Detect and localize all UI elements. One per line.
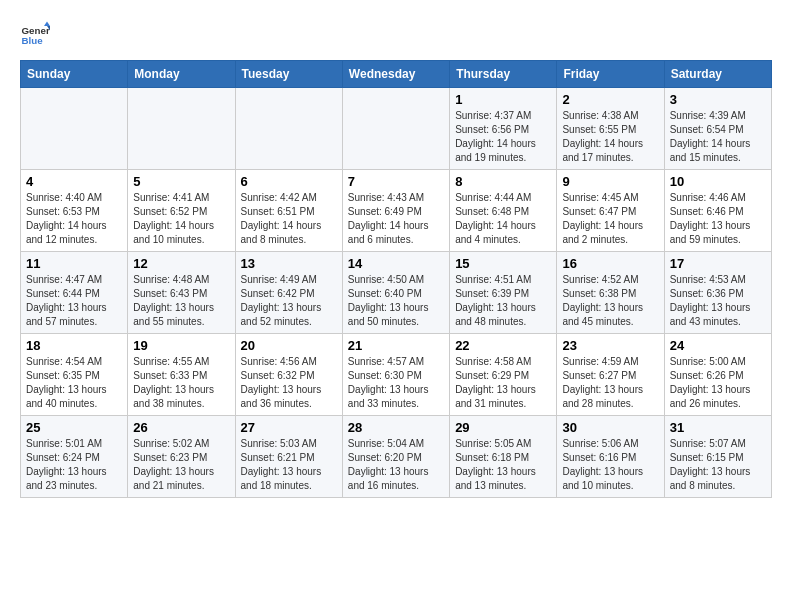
day-number: 20	[241, 338, 337, 353]
day-info: Sunrise: 4:47 AM Sunset: 6:44 PM Dayligh…	[26, 273, 122, 329]
day-info: Sunrise: 4:38 AM Sunset: 6:55 PM Dayligh…	[562, 109, 658, 165]
weekday-header-saturday: Saturday	[664, 61, 771, 88]
day-cell-31: 31Sunrise: 5:07 AM Sunset: 6:15 PM Dayli…	[664, 416, 771, 498]
day-cell-14: 14Sunrise: 4:50 AM Sunset: 6:40 PM Dayli…	[342, 252, 449, 334]
empty-cell	[128, 88, 235, 170]
day-info: Sunrise: 4:41 AM Sunset: 6:52 PM Dayligh…	[133, 191, 229, 247]
day-info: Sunrise: 4:45 AM Sunset: 6:47 PM Dayligh…	[562, 191, 658, 247]
day-cell-4: 4Sunrise: 4:40 AM Sunset: 6:53 PM Daylig…	[21, 170, 128, 252]
day-cell-29: 29Sunrise: 5:05 AM Sunset: 6:18 PM Dayli…	[450, 416, 557, 498]
day-cell-18: 18Sunrise: 4:54 AM Sunset: 6:35 PM Dayli…	[21, 334, 128, 416]
weekday-header-thursday: Thursday	[450, 61, 557, 88]
svg-text:Blue: Blue	[22, 35, 44, 46]
day-info: Sunrise: 4:53 AM Sunset: 6:36 PM Dayligh…	[670, 273, 766, 329]
day-number: 13	[241, 256, 337, 271]
logo-icon: General Blue	[20, 20, 50, 50]
day-info: Sunrise: 4:40 AM Sunset: 6:53 PM Dayligh…	[26, 191, 122, 247]
day-number: 4	[26, 174, 122, 189]
day-cell-12: 12Sunrise: 4:48 AM Sunset: 6:43 PM Dayli…	[128, 252, 235, 334]
day-cell-8: 8Sunrise: 4:44 AM Sunset: 6:48 PM Daylig…	[450, 170, 557, 252]
day-number: 25	[26, 420, 122, 435]
day-info: Sunrise: 4:55 AM Sunset: 6:33 PM Dayligh…	[133, 355, 229, 411]
day-cell-22: 22Sunrise: 4:58 AM Sunset: 6:29 PM Dayli…	[450, 334, 557, 416]
day-number: 29	[455, 420, 551, 435]
day-cell-26: 26Sunrise: 5:02 AM Sunset: 6:23 PM Dayli…	[128, 416, 235, 498]
day-number: 6	[241, 174, 337, 189]
day-cell-13: 13Sunrise: 4:49 AM Sunset: 6:42 PM Dayli…	[235, 252, 342, 334]
day-number: 12	[133, 256, 229, 271]
weekday-header-sunday: Sunday	[21, 61, 128, 88]
day-cell-27: 27Sunrise: 5:03 AM Sunset: 6:21 PM Dayli…	[235, 416, 342, 498]
day-info: Sunrise: 4:44 AM Sunset: 6:48 PM Dayligh…	[455, 191, 551, 247]
weekday-header-friday: Friday	[557, 61, 664, 88]
day-number: 19	[133, 338, 229, 353]
day-cell-11: 11Sunrise: 4:47 AM Sunset: 6:44 PM Dayli…	[21, 252, 128, 334]
day-info: Sunrise: 5:00 AM Sunset: 6:26 PM Dayligh…	[670, 355, 766, 411]
day-cell-17: 17Sunrise: 4:53 AM Sunset: 6:36 PM Dayli…	[664, 252, 771, 334]
empty-cell	[21, 88, 128, 170]
day-info: Sunrise: 4:46 AM Sunset: 6:46 PM Dayligh…	[670, 191, 766, 247]
day-number: 16	[562, 256, 658, 271]
day-number: 9	[562, 174, 658, 189]
day-info: Sunrise: 4:58 AM Sunset: 6:29 PM Dayligh…	[455, 355, 551, 411]
day-number: 24	[670, 338, 766, 353]
day-info: Sunrise: 4:49 AM Sunset: 6:42 PM Dayligh…	[241, 273, 337, 329]
day-cell-23: 23Sunrise: 4:59 AM Sunset: 6:27 PM Dayli…	[557, 334, 664, 416]
svg-text:General: General	[22, 25, 51, 36]
day-info: Sunrise: 4:48 AM Sunset: 6:43 PM Dayligh…	[133, 273, 229, 329]
day-cell-15: 15Sunrise: 4:51 AM Sunset: 6:39 PM Dayli…	[450, 252, 557, 334]
day-number: 31	[670, 420, 766, 435]
day-number: 3	[670, 92, 766, 107]
day-cell-10: 10Sunrise: 4:46 AM Sunset: 6:46 PM Dayli…	[664, 170, 771, 252]
day-cell-5: 5Sunrise: 4:41 AM Sunset: 6:52 PM Daylig…	[128, 170, 235, 252]
day-info: Sunrise: 5:06 AM Sunset: 6:16 PM Dayligh…	[562, 437, 658, 493]
day-cell-2: 2Sunrise: 4:38 AM Sunset: 6:55 PM Daylig…	[557, 88, 664, 170]
day-cell-28: 28Sunrise: 5:04 AM Sunset: 6:20 PM Dayli…	[342, 416, 449, 498]
weekday-header-wednesday: Wednesday	[342, 61, 449, 88]
day-number: 15	[455, 256, 551, 271]
day-number: 1	[455, 92, 551, 107]
day-info: Sunrise: 4:57 AM Sunset: 6:30 PM Dayligh…	[348, 355, 444, 411]
day-info: Sunrise: 4:39 AM Sunset: 6:54 PM Dayligh…	[670, 109, 766, 165]
day-info: Sunrise: 4:42 AM Sunset: 6:51 PM Dayligh…	[241, 191, 337, 247]
day-info: Sunrise: 5:04 AM Sunset: 6:20 PM Dayligh…	[348, 437, 444, 493]
day-info: Sunrise: 5:05 AM Sunset: 6:18 PM Dayligh…	[455, 437, 551, 493]
day-number: 23	[562, 338, 658, 353]
day-number: 22	[455, 338, 551, 353]
day-number: 7	[348, 174, 444, 189]
day-number: 21	[348, 338, 444, 353]
day-info: Sunrise: 4:37 AM Sunset: 6:56 PM Dayligh…	[455, 109, 551, 165]
day-info: Sunrise: 4:52 AM Sunset: 6:38 PM Dayligh…	[562, 273, 658, 329]
day-number: 17	[670, 256, 766, 271]
day-number: 18	[26, 338, 122, 353]
day-info: Sunrise: 5:03 AM Sunset: 6:21 PM Dayligh…	[241, 437, 337, 493]
day-cell-1: 1Sunrise: 4:37 AM Sunset: 6:56 PM Daylig…	[450, 88, 557, 170]
day-info: Sunrise: 4:59 AM Sunset: 6:27 PM Dayligh…	[562, 355, 658, 411]
day-info: Sunrise: 4:54 AM Sunset: 6:35 PM Dayligh…	[26, 355, 122, 411]
day-cell-7: 7Sunrise: 4:43 AM Sunset: 6:49 PM Daylig…	[342, 170, 449, 252]
day-cell-25: 25Sunrise: 5:01 AM Sunset: 6:24 PM Dayli…	[21, 416, 128, 498]
day-info: Sunrise: 4:56 AM Sunset: 6:32 PM Dayligh…	[241, 355, 337, 411]
day-number: 10	[670, 174, 766, 189]
week-row-2: 4Sunrise: 4:40 AM Sunset: 6:53 PM Daylig…	[21, 170, 772, 252]
weekday-header-tuesday: Tuesday	[235, 61, 342, 88]
day-info: Sunrise: 4:50 AM Sunset: 6:40 PM Dayligh…	[348, 273, 444, 329]
day-cell-19: 19Sunrise: 4:55 AM Sunset: 6:33 PM Dayli…	[128, 334, 235, 416]
day-cell-24: 24Sunrise: 5:00 AM Sunset: 6:26 PM Dayli…	[664, 334, 771, 416]
day-cell-21: 21Sunrise: 4:57 AM Sunset: 6:30 PM Dayli…	[342, 334, 449, 416]
logo: General Blue	[20, 20, 54, 50]
weekday-header-monday: Monday	[128, 61, 235, 88]
day-info: Sunrise: 5:01 AM Sunset: 6:24 PM Dayligh…	[26, 437, 122, 493]
day-cell-20: 20Sunrise: 4:56 AM Sunset: 6:32 PM Dayli…	[235, 334, 342, 416]
day-number: 11	[26, 256, 122, 271]
day-number: 28	[348, 420, 444, 435]
day-number: 26	[133, 420, 229, 435]
day-cell-9: 9Sunrise: 4:45 AM Sunset: 6:47 PM Daylig…	[557, 170, 664, 252]
empty-cell	[235, 88, 342, 170]
day-cell-6: 6Sunrise: 4:42 AM Sunset: 6:51 PM Daylig…	[235, 170, 342, 252]
day-number: 8	[455, 174, 551, 189]
page-header: General Blue	[20, 20, 772, 50]
day-info: Sunrise: 5:02 AM Sunset: 6:23 PM Dayligh…	[133, 437, 229, 493]
weekday-header-row: SundayMondayTuesdayWednesdayThursdayFrid…	[21, 61, 772, 88]
week-row-5: 25Sunrise: 5:01 AM Sunset: 6:24 PM Dayli…	[21, 416, 772, 498]
